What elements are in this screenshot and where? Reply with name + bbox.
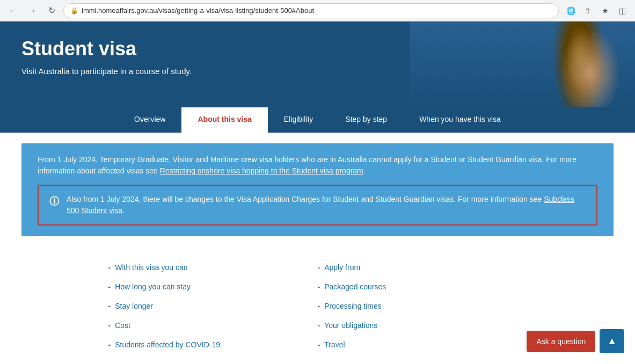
list-item: - Travel [318,335,527,354]
list-item: - Apply from [318,258,527,277]
list-item: - Cost [108,316,318,335]
expand-button[interactable]: ▲ [600,329,624,353]
sidebar-icon[interactable]: ◫ [615,3,630,18]
links-left-column: - With this visa you can - How long you … [108,258,318,354]
share-icon[interactable]: ⇧ [580,3,595,18]
address-bar[interactable]: 🔒 immi.homeaffairs.gov.au/visas/getting-… [63,3,559,18]
browser-actions: 🌐 ⇧ ★ ◫ [563,3,630,18]
ask-question-button[interactable]: Ask a question [527,331,595,352]
bookmark-icon[interactable]: ★ [597,3,612,18]
alert-warning-box: ⓘ Also from 1 July 2024, there will be c… [38,185,597,225]
with-this-visa-link[interactable]: With this visa you can [115,263,187,272]
back-button[interactable]: ← [5,3,20,18]
tab-overview[interactable]: Overview [118,107,181,133]
alert-container: From 1 July 2024, Temporary Graduate, Vi… [21,143,614,236]
restricting-link[interactable]: Restricting onshore visa hopping to the … [160,166,363,175]
lock-icon: 🔒 [70,7,78,14]
forward-button[interactable]: → [25,3,40,18]
tab-when-you-have[interactable]: When you have this visa [403,107,517,133]
warning-icon: ⓘ [49,195,60,208]
navigation-tabs: Overview About this visa Eligibility Ste… [0,107,635,133]
apply-from-link[interactable]: Apply from [324,263,360,272]
alert-warning-text: Also from 1 July 2024, there will be cha… [67,194,586,216]
translate-icon[interactable]: 🌐 [563,3,578,18]
packaged-courses-link[interactable]: Packaged courses [324,282,386,291]
cost-link[interactable]: Cost [115,321,130,330]
tab-eligibility[interactable]: Eligibility [268,107,329,133]
list-item: - Stay longer [108,296,318,316]
travel-link[interactable]: Travel [324,340,345,349]
alert-main-text: From 1 July 2024, Temporary Graduate, Vi… [38,154,597,177]
list-item: - Students affected by COVID-19 [108,335,318,354]
list-item: - Your obligations [318,316,527,335]
reload-button[interactable]: ↻ [44,3,59,18]
how-long-link[interactable]: How long you can stay [115,282,191,291]
stay-longer-link[interactable]: Stay longer [115,302,153,310]
browser-chrome: ← → ↻ 🔒 immi.homeaffairs.gov.au/visas/ge… [0,0,635,21]
list-item: - How long you can stay [108,277,318,296]
processing-times-link[interactable]: Processing times [324,302,382,310]
links-right-column: - Apply from - Packaged courses - Proces… [318,258,527,354]
list-item: - Packaged courses [318,277,527,296]
hero-image [410,21,635,107]
url-text: immi.homeaffairs.gov.au/visas/getting-a-… [82,6,314,14]
list-item: - Processing times [318,296,527,316]
ask-question-container: Ask a question ▲ [527,329,624,353]
students-covid-link[interactable]: Students affected by COVID-19 [115,340,220,349]
links-grid: - With this visa you can - How long you … [76,252,559,360]
your-obligations-link[interactable]: Your obligations [324,321,377,330]
list-item: - With this visa you can [108,258,318,277]
hero-section: Student visa Visit Australia to particip… [0,21,635,107]
tab-about[interactable]: About this visa [181,107,267,133]
tab-step-by-step[interactable]: Step by step [329,107,403,133]
